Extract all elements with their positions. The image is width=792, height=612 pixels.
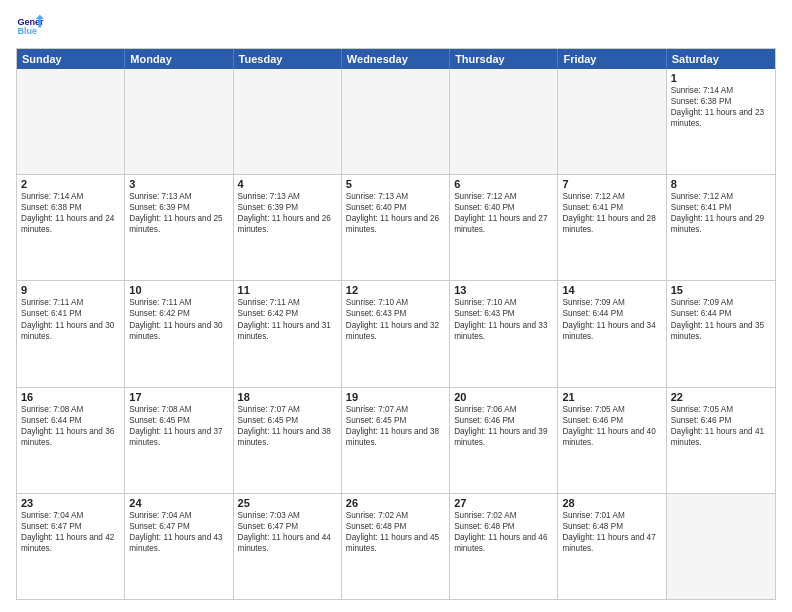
calendar-cell: 16Sunrise: 7:08 AM Sunset: 6:44 PM Dayli… (17, 388, 125, 493)
cell-info: Sunrise: 7:12 AM Sunset: 6:40 PM Dayligh… (454, 191, 553, 235)
header-thursday: Thursday (450, 49, 558, 69)
day-number: 10 (129, 284, 228, 296)
header-monday: Monday (125, 49, 233, 69)
calendar-cell: 13Sunrise: 7:10 AM Sunset: 6:43 PM Dayli… (450, 281, 558, 386)
calendar-header: Sunday Monday Tuesday Wednesday Thursday… (17, 49, 775, 69)
header-tuesday: Tuesday (234, 49, 342, 69)
calendar-cell (667, 494, 775, 599)
calendar-cell: 2Sunrise: 7:14 AM Sunset: 6:38 PM Daylig… (17, 175, 125, 280)
cell-info: Sunrise: 7:08 AM Sunset: 6:45 PM Dayligh… (129, 404, 228, 448)
cell-info: Sunrise: 7:10 AM Sunset: 6:43 PM Dayligh… (346, 297, 445, 341)
cell-info: Sunrise: 7:10 AM Sunset: 6:43 PM Dayligh… (454, 297, 553, 341)
calendar-row: 9Sunrise: 7:11 AM Sunset: 6:41 PM Daylig… (17, 281, 775, 387)
day-number: 28 (562, 497, 661, 509)
calendar-cell: 23Sunrise: 7:04 AM Sunset: 6:47 PM Dayli… (17, 494, 125, 599)
calendar-body: 1Sunrise: 7:14 AM Sunset: 6:38 PM Daylig… (17, 69, 775, 599)
calendar-row: 16Sunrise: 7:08 AM Sunset: 6:44 PM Dayli… (17, 388, 775, 494)
calendar-cell: 12Sunrise: 7:10 AM Sunset: 6:43 PM Dayli… (342, 281, 450, 386)
day-number: 19 (346, 391, 445, 403)
cell-info: Sunrise: 7:11 AM Sunset: 6:41 PM Dayligh… (21, 297, 120, 341)
cell-info: Sunrise: 7:06 AM Sunset: 6:46 PM Dayligh… (454, 404, 553, 448)
calendar-cell: 14Sunrise: 7:09 AM Sunset: 6:44 PM Dayli… (558, 281, 666, 386)
day-number: 8 (671, 178, 771, 190)
header-friday: Friday (558, 49, 666, 69)
day-number: 25 (238, 497, 337, 509)
day-number: 1 (671, 72, 771, 84)
day-number: 4 (238, 178, 337, 190)
calendar-cell: 3Sunrise: 7:13 AM Sunset: 6:39 PM Daylig… (125, 175, 233, 280)
cell-info: Sunrise: 7:11 AM Sunset: 6:42 PM Dayligh… (238, 297, 337, 341)
calendar-cell: 22Sunrise: 7:05 AM Sunset: 6:46 PM Dayli… (667, 388, 775, 493)
cell-info: Sunrise: 7:04 AM Sunset: 6:47 PM Dayligh… (129, 510, 228, 554)
header-sunday: Sunday (17, 49, 125, 69)
cell-info: Sunrise: 7:05 AM Sunset: 6:46 PM Dayligh… (562, 404, 661, 448)
calendar-row: 1Sunrise: 7:14 AM Sunset: 6:38 PM Daylig… (17, 69, 775, 175)
page: General Blue Sunday Monday Tuesday Wedne… (0, 0, 792, 612)
calendar-cell: 27Sunrise: 7:02 AM Sunset: 6:48 PM Dayli… (450, 494, 558, 599)
calendar-cell: 4Sunrise: 7:13 AM Sunset: 6:39 PM Daylig… (234, 175, 342, 280)
cell-info: Sunrise: 7:03 AM Sunset: 6:47 PM Dayligh… (238, 510, 337, 554)
header-wednesday: Wednesday (342, 49, 450, 69)
cell-info: Sunrise: 7:04 AM Sunset: 6:47 PM Dayligh… (21, 510, 120, 554)
cell-info: Sunrise: 7:14 AM Sunset: 6:38 PM Dayligh… (671, 85, 771, 129)
cell-info: Sunrise: 7:11 AM Sunset: 6:42 PM Dayligh… (129, 297, 228, 341)
header: General Blue (16, 12, 776, 40)
day-number: 12 (346, 284, 445, 296)
calendar-cell: 5Sunrise: 7:13 AM Sunset: 6:40 PM Daylig… (342, 175, 450, 280)
logo-icon: General Blue (16, 12, 44, 40)
calendar-cell: 20Sunrise: 7:06 AM Sunset: 6:46 PM Dayli… (450, 388, 558, 493)
calendar-cell (125, 69, 233, 174)
day-number: 16 (21, 391, 120, 403)
calendar-cell: 6Sunrise: 7:12 AM Sunset: 6:40 PM Daylig… (450, 175, 558, 280)
cell-info: Sunrise: 7:09 AM Sunset: 6:44 PM Dayligh… (562, 297, 661, 341)
calendar: Sunday Monday Tuesday Wednesday Thursday… (16, 48, 776, 600)
calendar-cell: 19Sunrise: 7:07 AM Sunset: 6:45 PM Dayli… (342, 388, 450, 493)
cell-info: Sunrise: 7:09 AM Sunset: 6:44 PM Dayligh… (671, 297, 771, 341)
day-number: 27 (454, 497, 553, 509)
cell-info: Sunrise: 7:12 AM Sunset: 6:41 PM Dayligh… (671, 191, 771, 235)
calendar-cell: 18Sunrise: 7:07 AM Sunset: 6:45 PM Dayli… (234, 388, 342, 493)
calendar-cell: 26Sunrise: 7:02 AM Sunset: 6:48 PM Dayli… (342, 494, 450, 599)
calendar-cell: 21Sunrise: 7:05 AM Sunset: 6:46 PM Dayli… (558, 388, 666, 493)
day-number: 7 (562, 178, 661, 190)
calendar-cell: 17Sunrise: 7:08 AM Sunset: 6:45 PM Dayli… (125, 388, 233, 493)
day-number: 18 (238, 391, 337, 403)
cell-info: Sunrise: 7:12 AM Sunset: 6:41 PM Dayligh… (562, 191, 661, 235)
cell-info: Sunrise: 7:01 AM Sunset: 6:48 PM Dayligh… (562, 510, 661, 554)
day-number: 21 (562, 391, 661, 403)
cell-info: Sunrise: 7:14 AM Sunset: 6:38 PM Dayligh… (21, 191, 120, 235)
calendar-cell: 24Sunrise: 7:04 AM Sunset: 6:47 PM Dayli… (125, 494, 233, 599)
day-number: 6 (454, 178, 553, 190)
day-number: 13 (454, 284, 553, 296)
calendar-row: 2Sunrise: 7:14 AM Sunset: 6:38 PM Daylig… (17, 175, 775, 281)
calendar-cell (450, 69, 558, 174)
day-number: 17 (129, 391, 228, 403)
cell-info: Sunrise: 7:07 AM Sunset: 6:45 PM Dayligh… (346, 404, 445, 448)
cell-info: Sunrise: 7:02 AM Sunset: 6:48 PM Dayligh… (346, 510, 445, 554)
day-number: 23 (21, 497, 120, 509)
calendar-cell (234, 69, 342, 174)
cell-info: Sunrise: 7:13 AM Sunset: 6:39 PM Dayligh… (238, 191, 337, 235)
svg-text:Blue: Blue (17, 26, 37, 36)
calendar-row: 23Sunrise: 7:04 AM Sunset: 6:47 PM Dayli… (17, 494, 775, 599)
cell-info: Sunrise: 7:08 AM Sunset: 6:44 PM Dayligh… (21, 404, 120, 448)
calendar-cell: 10Sunrise: 7:11 AM Sunset: 6:42 PM Dayli… (125, 281, 233, 386)
day-number: 26 (346, 497, 445, 509)
day-number: 5 (346, 178, 445, 190)
day-number: 9 (21, 284, 120, 296)
day-number: 11 (238, 284, 337, 296)
day-number: 2 (21, 178, 120, 190)
calendar-cell: 28Sunrise: 7:01 AM Sunset: 6:48 PM Dayli… (558, 494, 666, 599)
calendar-cell (558, 69, 666, 174)
day-number: 14 (562, 284, 661, 296)
calendar-cell: 7Sunrise: 7:12 AM Sunset: 6:41 PM Daylig… (558, 175, 666, 280)
logo: General Blue (16, 12, 48, 40)
calendar-cell (342, 69, 450, 174)
calendar-cell: 9Sunrise: 7:11 AM Sunset: 6:41 PM Daylig… (17, 281, 125, 386)
header-saturday: Saturday (667, 49, 775, 69)
day-number: 24 (129, 497, 228, 509)
day-number: 15 (671, 284, 771, 296)
calendar-cell: 15Sunrise: 7:09 AM Sunset: 6:44 PM Dayli… (667, 281, 775, 386)
cell-info: Sunrise: 7:05 AM Sunset: 6:46 PM Dayligh… (671, 404, 771, 448)
cell-info: Sunrise: 7:07 AM Sunset: 6:45 PM Dayligh… (238, 404, 337, 448)
